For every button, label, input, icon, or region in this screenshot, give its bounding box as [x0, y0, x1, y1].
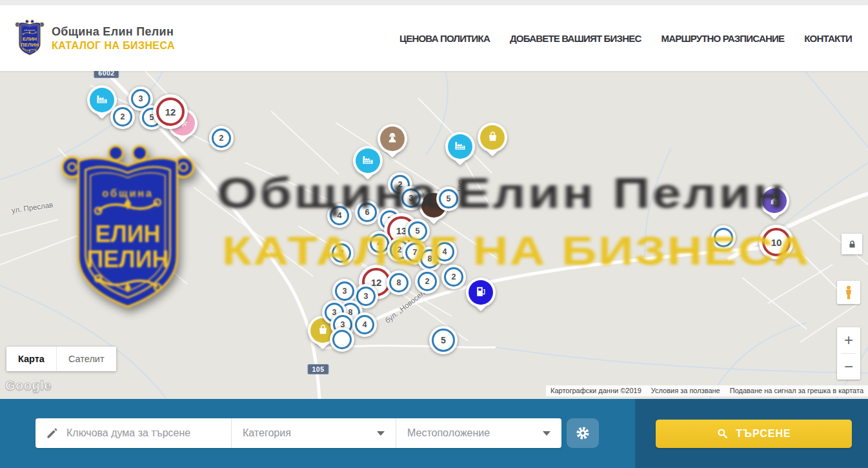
map-cluster[interactable]: 5	[405, 219, 430, 243]
cluster-count: 10	[762, 228, 791, 256]
map-cluster[interactable]: 3	[399, 186, 423, 210]
cluster-count: 8	[389, 273, 409, 292]
cluster-count: 3	[335, 281, 354, 301]
location-select-value: Местоположение	[407, 427, 490, 439]
cluster-count: 2	[212, 128, 231, 148]
attribution-link[interactable]: Подаване на сигнал за грешка в картата	[730, 387, 863, 394]
site-logo[interactable]: Община Елин Пелин КАТАЛОГ НА БИЗНЕСА	[14, 18, 175, 58]
cluster-count: 2	[444, 267, 463, 287]
site-subtitle: КАТАЛОГ НА БИЗНЕСА	[52, 40, 175, 52]
location-select[interactable]: Местоположение	[396, 418, 561, 448]
attribution-link[interactable]: Условия за ползване	[651, 387, 720, 394]
zoom-out-button[interactable]: −	[837, 354, 860, 380]
cluster-count: 4	[355, 315, 374, 334]
search-bar-left: Категория Местоположение	[0, 399, 635, 468]
cluster-count: 5	[408, 221, 427, 241]
map-attribution: Картографски данни ©2019Условия за ползв…	[546, 385, 868, 396]
map-cluster[interactable]: 6	[355, 200, 379, 225]
attribution-link[interactable]: Картографски данни ©2019	[550, 387, 641, 394]
category-select[interactable]: Категория	[231, 418, 396, 448]
map-cluster[interactable]: 4	[327, 203, 352, 228]
search-input-group: Категория Местоположение	[35, 418, 561, 448]
header: Община Елин Пелин КАТАЛОГ НА БИЗНЕСА ЦЕН…	[0, 5, 868, 71]
brand-text: Община Елин Пелин КАТАЛОГ НА БИЗНЕСА	[52, 25, 175, 52]
cluster-count	[332, 330, 352, 349]
search-bar: Категория Местоположение	[0, 399, 868, 468]
cluster-count: 4	[330, 206, 349, 225]
cluster-count: 2	[113, 107, 132, 127]
window-edge	[0, 0, 868, 5]
cluster-count: 3	[401, 188, 421, 208]
municipality-crest-icon	[14, 18, 45, 58]
cluster-count: 2	[418, 272, 437, 291]
map-cluster[interactable]: 2	[329, 241, 354, 265]
satellite-view-button[interactable]: Сателит	[56, 347, 116, 371]
map-cluster[interactable]	[711, 225, 736, 250]
map-cluster[interactable]: 12	[153, 94, 188, 129]
map-cluster[interactable]: 5	[429, 326, 458, 354]
lock-button[interactable]	[842, 234, 862, 254]
page: Община Елин Пелин КАТАЛОГ НА БИЗНЕСА ЦЕН…	[0, 0, 868, 468]
cluster-count: 5	[439, 189, 458, 209]
google-logo[interactable]: Google	[5, 378, 52, 393]
cluster-count: 2	[332, 243, 351, 263]
map-cluster[interactable]	[330, 327, 354, 352]
nav-item[interactable]: ДОБАВЕТЕ ВАШИЯТ БИЗНЕС	[510, 33, 641, 44]
map-cluster[interactable]: 8	[387, 270, 411, 295]
zoom-in-button[interactable]: +	[837, 327, 860, 353]
cluster-count	[714, 228, 733, 247]
map-cluster[interactable]: 5	[436, 187, 461, 211]
category-select-value: Категория	[243, 427, 291, 439]
pegman-icon	[841, 285, 856, 300]
site-title: Община Елин Пелин	[52, 25, 175, 39]
cluster-count: 5	[432, 329, 455, 352]
caret-down-icon	[377, 431, 385, 436]
cluster-count: 12	[156, 97, 185, 126]
search-bar-right: ТЪРСЕНЕ	[635, 399, 868, 468]
nav-item[interactable]: ЦЕНОВА ПОЛИТИКА	[399, 33, 490, 44]
cluster-count: 4	[435, 242, 454, 261]
lock-icon	[847, 239, 857, 249]
map-cluster[interactable]: 10	[759, 225, 794, 259]
map-cluster[interactable]: 2	[110, 105, 135, 129]
cluster-count: 6	[358, 203, 377, 222]
main-nav: ЦЕНОВА ПОЛИТИКАДОБАВЕТЕ ВАШИЯТ БИЗНЕСМАР…	[399, 33, 852, 44]
map-cluster[interactable]: 4	[432, 239, 457, 264]
map-type-control: Карта Сателит	[6, 347, 116, 371]
pencil-icon	[46, 427, 59, 440]
search-submit-button[interactable]: ТЪРСЕНЕ	[656, 420, 852, 448]
cluster-count: 4	[370, 234, 389, 253]
search-submit-label: ТЪРСЕНЕ	[736, 428, 791, 440]
search-icon	[716, 427, 729, 440]
cluster-layer: 32512223546713542784212822338334510	[0, 71, 868, 399]
map-cluster[interactable]: 2	[209, 126, 234, 150]
nav-item[interactable]: КОНТАКТИ	[804, 33, 852, 44]
keyword-section	[35, 418, 231, 448]
map-cluster[interactable]: 2	[415, 269, 439, 294]
map-canvas[interactable]: 6002105ул. Преславбул. „Новоселци“ 32512…	[0, 71, 868, 399]
map-cluster[interactable]: 4	[352, 312, 377, 337]
zoom-control: + −	[837, 327, 860, 380]
advanced-search-button[interactable]	[567, 418, 599, 448]
nav-item[interactable]: МАРШРУТНО РАЗПИСАНИЕ	[661, 33, 784, 44]
pegman-button[interactable]	[837, 281, 860, 304]
caret-down-icon	[543, 431, 550, 436]
cluster-count: 3	[356, 287, 376, 306]
keyword-input[interactable]	[66, 427, 215, 439]
gear-icon	[575, 425, 590, 441]
map-cluster[interactable]: 2	[441, 265, 466, 289]
map-view-button[interactable]: Карта	[6, 347, 56, 371]
